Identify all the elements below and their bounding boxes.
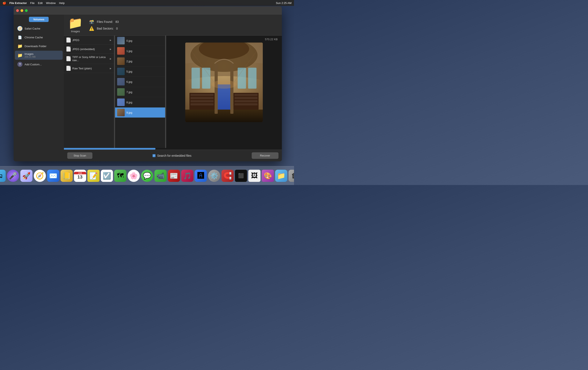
sidebar-item-safari-cache[interactable]: 🧭 Safari Cache <box>15 24 63 33</box>
volumes-button[interactable]: Volumes <box>29 17 48 22</box>
file-item-2[interactable]: 2.jpg <box>115 56 165 66</box>
file-item-9[interactable]: 9.jpg <box>115 107 165 118</box>
file-item-6[interactable]: 6.jpg <box>115 77 165 87</box>
dock-trash[interactable]: 🗑 <box>289 170 294 182</box>
svg-rect-20 <box>230 63 233 114</box>
images-icon: 📁 <box>17 53 22 58</box>
raw-text-label: Raw Text (plain) <box>72 67 108 70</box>
filetype-tiff[interactable]: TIFF or Sony ARW or Leica raw... ▶ <box>64 54 114 64</box>
apple-menu[interactable]: 🍎 <box>2 1 6 5</box>
dock-maps[interactable]: 🗺 <box>114 170 126 182</box>
file-item-7[interactable]: 7.jpg <box>115 87 165 97</box>
tiff-label: TIFF or Sony ARW or Leica raw... <box>72 55 108 62</box>
dock-finder[interactable]: 🗂 <box>0 170 6 182</box>
svg-rect-12 <box>234 103 258 105</box>
dock-notes[interactable]: 📒 <box>61 170 73 182</box>
sidebar-item-downloads-folder[interactable]: 📁 Downloads Folder <box>15 42 63 50</box>
dock-music[interactable]: 🎵 <box>181 170 193 182</box>
dock-terminal[interactable]: ⬛ <box>235 170 247 182</box>
filetype-raw-text[interactable]: Raw Text (plain) ▶ <box>64 64 114 73</box>
files-found-label: Files Found: <box>97 20 113 23</box>
folder-name: Images <box>68 30 83 33</box>
file-thumb-2 <box>117 57 125 65</box>
preview-size: 570.22 KB <box>265 38 280 41</box>
dock-calendar[interactable]: JAN 13 <box>74 170 86 182</box>
dock-messages[interactable]: 💬 <box>141 170 153 182</box>
sidebar-item-add-custom[interactable]: ? Add Custom... <box>15 60 63 69</box>
file-name-2: 2.jpg <box>126 60 132 63</box>
preview-image <box>185 42 263 122</box>
files-found-row: 🗃️ Files Found: 83 <box>89 19 119 24</box>
menubar-window[interactable]: Window <box>46 1 55 5</box>
main-content: 📁 Images 🗃️ Files Found: 83 ⚠️ Bad Secto… <box>64 15 282 161</box>
search-embedded-label: Search for embedded files <box>157 154 191 157</box>
jpeg-label: JPEG <box>72 39 108 42</box>
scan-info: 🗃️ Files Found: 83 ⚠️ Bad Sectors: 0 <box>89 19 119 31</box>
dock-photos[interactable]: 🌸 <box>128 170 140 182</box>
dock-stickies[interactable]: 📝 <box>87 170 100 182</box>
dock-systemprefs[interactable]: ⚙️ <box>208 170 220 182</box>
files-found-value: 83 <box>116 20 119 23</box>
dock-launchpad[interactable]: 🚀 <box>20 170 32 182</box>
svg-rect-18 <box>248 68 256 89</box>
menubar: 🍎 File Extractor File Edit Window Help S… <box>0 0 294 6</box>
file-item-8[interactable]: 8.jpg <box>115 97 165 107</box>
dock-appstore[interactable]: 🅰 <box>195 170 207 182</box>
progress-bar-fill <box>64 148 156 150</box>
menubar-edit[interactable]: Edit <box>38 1 42 5</box>
raw-text-arrow: ▶ <box>110 67 112 70</box>
svg-rect-11 <box>234 100 258 102</box>
file-item-5[interactable]: 5.jpg <box>115 66 165 77</box>
dock-news[interactable]: 📰 <box>168 170 180 182</box>
dock-scrobbles[interactable]: 🎨 <box>262 170 274 182</box>
bad-sectors-value: 0 <box>116 27 118 30</box>
pane-area: JPEG ▶ JPEG (embedded) ▶ TIFF or Sony AR… <box>64 36 282 148</box>
file-name-6: 6.jpg <box>126 80 132 83</box>
svg-rect-16 <box>202 68 210 89</box>
search-embedded-area: ✓ Search for embedded files <box>96 154 248 157</box>
jpeg-embedded-icon <box>66 47 71 51</box>
stop-scan-button[interactable]: Stop Scan <box>67 152 92 159</box>
minimize-button[interactable] <box>21 9 23 12</box>
file-thumb-7 <box>117 88 125 96</box>
filetype-jpeg-embedded[interactable]: JPEG (embedded) ▶ <box>64 45 114 54</box>
dock-mail[interactable]: ✉️ <box>47 170 59 182</box>
dock-finder2[interactable]: 📁 <box>275 170 287 182</box>
add-custom-icon: ? <box>17 62 22 67</box>
svg-rect-14 <box>185 110 263 122</box>
window-body: Volumes 🧭 Safari Cache 📄 Chrome Cache 📁 … <box>14 15 282 161</box>
preview-pane: 570.22 KB <box>166 36 282 148</box>
close-button[interactable] <box>16 9 19 12</box>
file-item-0[interactable]: 0.jpg <box>115 36 165 46</box>
checkbox-check-icon: ✓ <box>153 154 155 157</box>
file-item-1[interactable]: 1.jpg <box>115 46 165 56</box>
jpeg-embedded-arrow: ▶ <box>110 48 112 50</box>
menubar-file-extractor[interactable]: File Extractor <box>10 1 27 5</box>
filetype-jpeg[interactable]: JPEG ▶ <box>64 36 114 45</box>
titlebar <box>14 6 282 15</box>
maximize-button[interactable] <box>25 9 28 12</box>
menubar-file[interactable]: File <box>30 1 35 5</box>
dock-reminders[interactable]: ☑️ <box>101 170 113 182</box>
bad-sectors-label: Bad Sectors: <box>97 27 114 30</box>
menubar-help[interactable]: Help <box>59 1 65 5</box>
file-thumb-1 <box>117 47 125 55</box>
dock-facetime[interactable]: 📹 <box>154 170 167 182</box>
sidebar-item-images[interactable]: 📁 Images 258.21 MB <box>15 51 63 60</box>
dock-siri[interactable]: 🎤 <box>7 170 19 182</box>
recover-button[interactable]: Recover <box>252 152 278 159</box>
images-label: Images <box>24 52 36 55</box>
dock-safari[interactable]: 🧭 <box>34 170 46 182</box>
search-embedded-checkbox[interactable]: ✓ <box>153 154 156 157</box>
file-name-7: 7.jpg <box>126 91 132 94</box>
dock-preview-app[interactable]: 🖼 <box>248 170 261 182</box>
svg-rect-7 <box>190 103 213 105</box>
jpeg-embedded-label: JPEG (embedded) <box>72 48 108 51</box>
chrome-cache-label: Chrome Cache <box>24 36 43 39</box>
downloads-folder-label: Downloads Folder <box>24 45 47 48</box>
file-thumb-6 <box>117 78 125 85</box>
svg-rect-19 <box>215 63 218 114</box>
dock-magnet[interactable]: 🧲 <box>221 170 234 182</box>
sidebar-item-chrome-cache[interactable]: 📄 Chrome Cache <box>15 33 63 41</box>
file-name-1: 1.jpg <box>126 50 132 52</box>
